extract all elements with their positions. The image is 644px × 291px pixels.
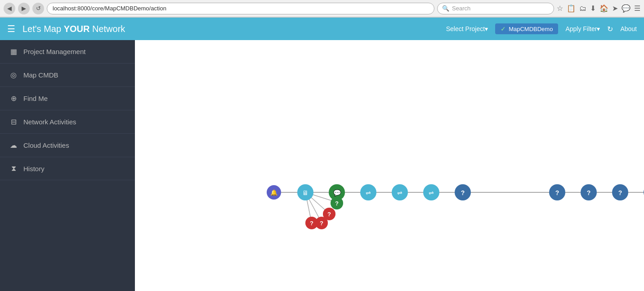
map-area: 🔔 🖥 💬 ? ? ? ? (135, 40, 644, 291)
sidebar-label-history: History (23, 165, 45, 173)
sidebar-label-cloud-activities: Cloud Activities (23, 141, 69, 149)
search-icon: 🔍 (442, 5, 449, 12)
toolbar-icons: ☆ 📋 🗂 ⬇ 🏠 ➤ 💬 ☰ (557, 4, 640, 13)
brand-prefix: Let's Map (22, 24, 64, 34)
sidebar-item-network-activities[interactable]: ⊟ Network Activities (0, 110, 135, 134)
sidebar-item-find-me[interactable]: ⊕ Find Me (0, 87, 135, 110)
bookmark-icon[interactable]: ☆ (557, 4, 563, 13)
node-q2-label: ? (555, 189, 559, 196)
top-bar: ☰ Let's Map YOUR Network Select Project▾… (0, 18, 644, 40)
select-project-button[interactable]: Select Project▾ (446, 25, 488, 32)
network-activities-icon: ⊟ (9, 118, 18, 126)
url-bar[interactable]: localhost:8000/core/MapCMDBDemo/action (47, 3, 434, 14)
brand-suffix: Network (89, 24, 125, 34)
node-q4-label: ? (618, 189, 622, 196)
back-button[interactable]: ◀ (4, 3, 15, 14)
url-text: localhost:8000/core/MapCMDBDemo/action (53, 5, 166, 12)
search-bar[interactable]: 🔍 Search (437, 3, 554, 14)
sidebar-item-history[interactable]: ⧗ History (0, 157, 135, 180)
hamburger-menu[interactable]: ☰ (7, 23, 15, 34)
chat-icon[interactable]: 💬 (622, 4, 631, 13)
sidebar-label-map-cmdb: Map CMDB (23, 71, 58, 79)
refresh-button[interactable]: ↺ (32, 3, 44, 14)
node-green-q1-label: ? (335, 200, 339, 207)
browser-toolbar: ◀ ▶ ↺ localhost:8000/core/MapCMDBDemo/ac… (0, 0, 644, 17)
node-arrows-2-label: ⇌ (397, 189, 402, 196)
top-bar-right: Select Project▾ ✓ MapCMDBDemo Apply Filt… (446, 23, 637, 34)
project-management-icon: ▦ (9, 47, 18, 56)
send-icon[interactable]: ➤ (612, 4, 618, 13)
main-content: ▦ Project Management ◎ Map CMDB ⊕ Find M… (0, 40, 644, 291)
find-me-icon: ⊕ (9, 94, 18, 103)
sidebar-label-find-me: Find Me (23, 95, 48, 102)
menu-icon[interactable]: ☰ (634, 4, 640, 13)
sidebar: ▦ Project Management ◎ Map CMDB ⊕ Find M… (0, 40, 135, 291)
graph-svg: 🔔 🖥 💬 ? ? ? ? (135, 40, 644, 291)
check-icon: ✓ (501, 25, 506, 32)
node-monitor-icon: 🖥 (302, 189, 309, 196)
node-bell-icon: 🔔 (270, 189, 278, 196)
node-q1-label: ? (461, 189, 465, 196)
node-red-q3-label: ? (310, 220, 313, 227)
project-badge[interactable]: ✓ MapCMDBDemo (495, 23, 558, 34)
cloud-activities-icon: ☁ (9, 141, 18, 150)
about-button[interactable]: About (620, 25, 637, 32)
node-arrows-3-label: ⇌ (429, 189, 434, 196)
brand: Let's Map YOUR Network (22, 24, 446, 34)
pocket-icon[interactable]: 🗂 (579, 5, 586, 13)
sidebar-label-project-management: Project Management (23, 48, 85, 55)
map-cmdb-icon: ◎ (9, 71, 18, 79)
sidebar-label-network-activities: Network Activities (23, 118, 76, 126)
refresh-icon[interactable]: ↻ (607, 25, 613, 33)
history-icon: ⧗ (9, 164, 18, 173)
download-icon[interactable]: ⬇ (590, 4, 596, 13)
node-chat-icon: 💬 (333, 189, 341, 197)
browser-chrome: ◀ ▶ ↺ localhost:8000/core/MapCMDBDemo/ac… (0, 0, 644, 18)
node-red-q1-label: ? (327, 211, 331, 218)
node-arrows-1-label: ⇌ (366, 189, 371, 196)
app-container: ☰ Let's Map YOUR Network Select Project▾… (0, 18, 644, 291)
project-name: MapCMDBDemo (509, 26, 553, 32)
sidebar-item-map-cmdb[interactable]: ◎ Map CMDB (0, 64, 135, 87)
sidebar-item-project-management[interactable]: ▦ Project Management (0, 40, 135, 64)
brand-bold: YOUR (64, 24, 90, 34)
node-red-q2-label: ? (320, 220, 323, 227)
node-q3-label: ? (587, 189, 591, 196)
home-icon[interactable]: 🏠 (599, 4, 608, 13)
sidebar-item-cloud-activities[interactable]: ☁ Cloud Activities (0, 134, 135, 157)
apply-filter-button[interactable]: Apply Filter▾ (565, 25, 600, 32)
forward-button[interactable]: ▶ (18, 3, 30, 14)
search-placeholder: Search (452, 5, 470, 12)
reader-icon[interactable]: 📋 (567, 4, 576, 13)
